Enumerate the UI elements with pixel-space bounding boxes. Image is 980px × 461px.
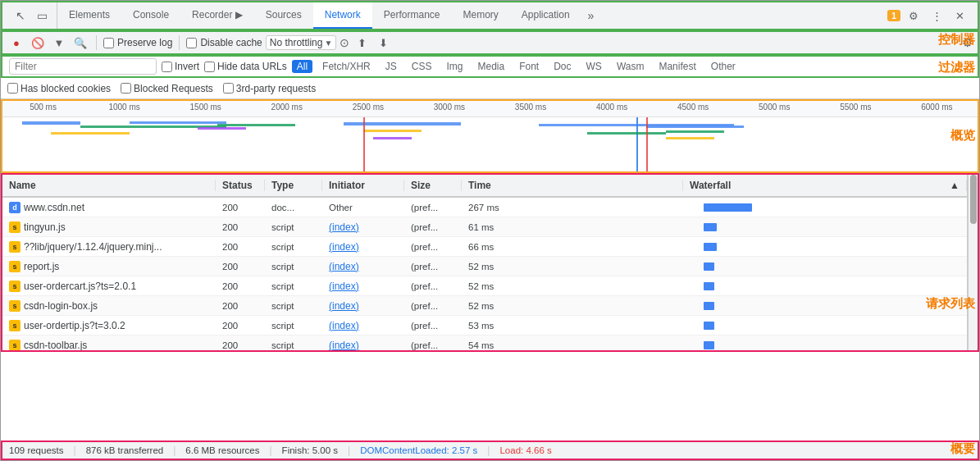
third-party-label[interactable]: 3rd-party requests [223,83,316,94]
status-requests: 109 requests [9,445,64,455]
filter-input[interactable] [9,58,157,75]
filter-icon[interactable]: ▼ [50,34,68,52]
timeline-label-6: 3500 ms [490,103,571,112]
td-time-1: 61 ms [462,222,683,232]
th-waterfall[interactable]: Waterfall ▲ [683,180,967,191]
td-name-1: s tingyun.js [2,221,216,233]
td-initiator-0: Other [322,203,404,212]
table-row[interactable]: d www.csdn.net 200 doc... Other (pref...… [2,198,967,217]
filter-type-js[interactable]: JS [381,60,402,73]
td-name-0: d www.csdn.net [2,202,216,213]
tab-memory[interactable]: Memory [452,2,510,29]
blocked-cookies-checkbox[interactable] [7,83,18,94]
file-icon-script: s [9,221,21,233]
inspect-icon[interactable]: ↖ [11,6,30,25]
table-row[interactable]: s user-ordertip.js?t=3.0.2 200 script (i… [2,316,967,335]
disable-cache-checkbox[interactable] [186,38,197,48]
overview-panel[interactable]: 500 ms 1000 ms 1500 ms 2000 ms 2500 ms 3… [1,99,979,173]
tab-application[interactable]: Application [510,2,581,29]
tab-performance[interactable]: Performance [372,2,452,29]
search-icon[interactable]: 🔍 [71,34,89,52]
tab-sources[interactable]: Sources [254,2,313,29]
filter-type-other[interactable]: Other [706,60,741,73]
th-status: Status [216,180,265,191]
scrollbar[interactable] [968,175,978,350]
blocked-cookies-label[interactable]: Has blocked cookies [7,83,111,94]
td-initiator-1: (index) [322,221,404,233]
blocked-requests-checkbox[interactable] [121,83,131,94]
filter-type-wasm[interactable]: Wasm [612,60,650,73]
overview-chart[interactable] [2,117,978,173]
timeline-label-9: 5000 ms [734,103,815,112]
tab-elements[interactable]: Elements [57,2,121,29]
filter-type-css[interactable]: CSS [407,60,437,73]
timeline-label-1: 1000 ms [84,103,165,112]
download-icon[interactable]: ⬇ [374,34,392,52]
tab-network[interactable]: Network [313,2,372,29]
status-load: Load: 4.66 s [499,445,551,455]
scrollbar-thumb[interactable] [970,175,977,224]
invert-checkbox[interactable] [162,62,172,72]
disable-cache-label[interactable]: Disable cache [186,37,262,48]
invert-checkbox-label[interactable]: Invert [162,61,199,72]
settings-icon[interactable]: ⚙ [904,6,923,25]
filter-bar: Invert Hide data URLs All Fetch/XHR JS C… [1,55,979,78]
status-dom-content: DOMContentLoaded: 2.57 s [360,445,477,455]
filter-type-doc[interactable]: Doc [549,60,576,73]
td-size-0: (pref... [404,203,462,212]
td-type-1: script [265,222,322,232]
filter-type-img[interactable]: Img [441,60,467,73]
timeline-label-11: 6000 ms [896,103,978,112]
annotation-summary: 概要 [950,441,975,457]
clear-button[interactable]: 🚫 [29,34,47,52]
td-time-0: 267 ms [462,203,683,212]
status-resources: 6.6 MB resources [185,445,259,455]
filter-type-all[interactable]: All [292,60,312,73]
table-body: d www.csdn.net 200 doc... Other (pref...… [2,198,967,350]
table-row[interactable]: s user-ordercart.js?ts=2.0.1 200 script … [2,276,967,296]
td-waterfall-1 [683,217,967,236]
th-size: Size [404,180,462,191]
timeline-label-4: 2500 ms [327,103,408,112]
file-icon-doc: d [9,202,21,213]
throttle-select[interactable]: No throttling ▼ [266,35,337,50]
hide-data-urls-checkbox[interactable] [204,62,215,72]
toolbar-divider-2 [179,35,180,50]
upload-icon[interactable]: ⬆ [353,34,371,52]
timeline-label-10: 5500 ms [815,103,896,112]
table-header: Name Status Type Initiator Size Time Wat… [2,175,967,198]
filter-type-fetch[interactable]: Fetch/XHR [317,60,376,73]
table-row[interactable]: s report.js 200 script (index) (pref... … [2,257,967,276]
td-name-2: s ??lib/jquery/1.12.4/jquery.minj... [2,241,216,253]
td-type-0: doc... [265,203,322,212]
third-party-checkbox[interactable] [223,83,234,94]
table-row[interactable]: s ??lib/jquery/1.12.4/jquery.minj... 200… [2,237,967,257]
toolbar-divider-1 [96,35,97,50]
more-options-icon[interactable]: ⋮ [927,6,946,25]
sort-icon: ▲ [950,180,959,191]
record-button[interactable]: ● [7,34,25,52]
file-icon-script: s [9,241,21,253]
timeline-label-8: 4500 ms [653,103,734,112]
preserve-log-label[interactable]: Preserve log [103,37,172,48]
close-icon[interactable]: ✕ [950,6,969,25]
blocked-requests-label[interactable]: Blocked Requests [121,83,213,94]
filter-type-manifest[interactable]: Manifest [654,60,700,73]
notification-badge[interactable]: 1 [887,10,900,21]
tab-end-icons: 1 ⚙ ⋮ ✕ [887,6,974,25]
table-row[interactable]: s tingyun.js 200 script (index) (pref...… [2,217,967,237]
annotation-controller: 控制器 [938,32,975,48]
filter-type-ws[interactable]: WS [581,60,607,73]
timeline-label-2: 1500 ms [165,103,246,112]
tab-recorder[interactable]: Recorder ▶ [180,2,254,29]
preserve-log-checkbox[interactable] [103,38,114,48]
device-icon[interactable]: ▭ [32,6,52,25]
table-row[interactable]: s csdn-login-box.js 200 script (index) (… [2,296,967,316]
filter-type-media[interactable]: Media [472,60,509,73]
filter-type-font[interactable]: Font [514,60,544,73]
tab-console[interactable]: Console [121,2,180,29]
blocked-bar: Has blocked cookies Blocked Requests 3rd… [1,78,979,99]
tab-more-button[interactable]: » [581,9,601,22]
hide-data-urls-label[interactable]: Hide data URLs [204,61,287,72]
table-row[interactable]: s csdn-toolbar.js 200 script (index) (pr… [2,335,967,350]
